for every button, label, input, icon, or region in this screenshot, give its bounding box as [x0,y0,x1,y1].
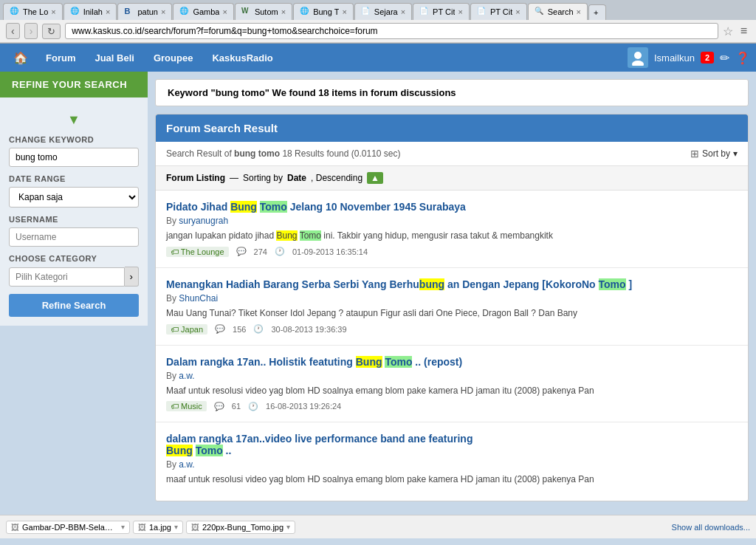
dl-arrow-3[interactable]: ▾ [286,523,290,531]
result-by-1: By suryanugrah [166,216,738,226]
navigation-bar: ‹ › ↻ ☆ ≡ [0,20,756,43]
tab-favicon-3: B [124,7,134,17]
tab-close-6[interactable]: × [342,7,346,16]
search-meta: Search Result of bung tomo 18 Results fo… [156,142,748,166]
result-link-3[interactable]: Dalam rangka 17an.. Holistik featuting B… [166,356,462,368]
download-item-3[interactable]: 🖼 220px-Bung_Tomo.jpg ▾ [186,521,295,534]
edit-button[interactable]: ✏ [720,51,729,65]
show-all-downloads-link[interactable]: Show all downloads... [672,523,750,532]
result-snippet-4: maaf untuk resolusi video yag blom HD so… [166,473,738,486]
tab-5[interactable]: W Sutom × [235,3,292,20]
date-range-label: DATE RANGE [9,174,139,183]
result-link-2[interactable]: Menangkan Hadiah Barang Serba Serbi Yang… [166,278,632,290]
result-title-4: dalam rangka 17an..video live performanc… [166,433,738,456]
username-input[interactable] [9,227,139,247]
tab-4[interactable]: 🌐 Gamba × [173,3,234,20]
nav-forum[interactable]: Forum [37,47,84,69]
sort-by-label: Sort by [702,148,730,159]
search-panel: Forum Search Result Search Result of bun… [155,114,749,501]
tab-close-10[interactable]: × [577,7,581,16]
home-button[interactable]: 🏠 [6,47,35,69]
date-range-select[interactable]: Kapan saja 1 Minggu 1 Bulan 1 Tahun [9,187,139,208]
result-item-2: Menangkan Hadiah Barang Serba Serbi Yang… [156,268,748,346]
nav-groupee[interactable]: Groupee [145,47,202,69]
tab-title-4: Gamba [193,7,219,16]
timestamp-3: 16-08-2013 19:26:24 [266,402,341,411]
listing-label: Forum Listing [166,173,225,183]
choose-category-label: CHOOSE CATEGORY [9,254,139,263]
tab-close-4[interactable]: × [222,7,227,16]
dl-arrow-2[interactable]: ▾ [174,523,178,531]
tab-close-8[interactable]: × [458,7,462,16]
new-tab-button[interactable]: + [588,4,606,20]
tab-7[interactable]: 📄 Sejara × [354,3,412,20]
category-expand-button[interactable]: › [125,267,139,287]
keyword-suffix: " We found [265,87,318,98]
reload-button[interactable]: ↻ [42,24,61,39]
tab-bar: 🌐 The Lo × 🌐 Inilah × B patun × 🌐 Gamba … [0,0,756,20]
help-button[interactable]: ❓ [735,51,750,65]
result-category-2[interactable]: Japan [166,324,207,335]
forward-button[interactable]: › [24,23,38,39]
tab-close-2[interactable]: × [106,7,110,16]
tab-close-3[interactable]: × [161,7,165,16]
tab-title-10: Search [548,7,574,16]
keyword-input[interactable] [9,148,139,167]
keyword-prefix: Keyword " [168,87,216,98]
tab-6[interactable]: 🌐 Bung T × [293,3,354,20]
results-count: 18 [318,87,329,98]
highlight-bung-4: Bung [166,445,193,456]
back-button[interactable]: ‹ [6,23,20,39]
site-navigation: 🏠 Forum Jual Beli Groupee KaskusRadio Is… [0,44,756,72]
username-label-sidebar: USERNAME [9,215,139,224]
tab-favicon-1: 🌐 [10,7,20,17]
tab-close-1[interactable]: × [51,7,55,16]
tab-close-7[interactable]: × [401,7,405,16]
tab-favicon-10: 🔍 [535,7,545,17]
comment-count-1: 274 [254,247,267,256]
tab-9[interactable]: 📄 PT Cit × [470,3,527,20]
nav-jualbeli[interactable]: Jual Beli [86,47,142,69]
menu-icon[interactable]: ≡ [738,24,750,38]
tab-favicon-8: 📄 [419,7,430,17]
result-category-3[interactable]: Music [166,401,207,411]
highlight-tomo-4: Tomo [196,445,223,456]
tab-favicon-9: 📄 [477,7,487,17]
result-link-1[interactable]: Pidato Jihad Bung Tomo Jelang 10 Novembe… [166,201,466,213]
download-item-2[interactable]: 🖼 1a.jpg ▾ [133,521,183,534]
result-link-4[interactable]: dalam rangka 17an..video live performanc… [166,433,472,456]
refine-search-button[interactable]: Refine Search [9,294,139,317]
result-category-1[interactable]: The Lounge [166,247,229,257]
author-link-1[interactable]: suryanugrah [179,216,228,226]
author-link-2[interactable]: ShunChai [179,293,218,304]
result-item-3: Dalam rangka 17an.. Holistik featuting B… [156,346,748,423]
tab-8[interactable]: 📄 PT Cit × [413,3,470,20]
result-item-1: Pidato Jihad Bung Tomo Jelang 10 Novembe… [156,191,748,268]
notification-badge[interactable]: 2 [701,52,714,64]
nav-kaskusradio[interactable]: KaskusRadio [203,47,281,69]
author-link-3[interactable]: a.w. [179,371,194,381]
tab-close-9[interactable]: × [515,7,520,16]
category-input[interactable] [9,267,125,287]
tab-title-1: The Lo [23,7,48,16]
sort-by-grid-icon: ⊞ [690,148,699,160]
tab-3[interactable]: B patun × [117,3,172,20]
username-label: Ismailkun [654,52,695,64]
browser-chrome: 🌐 The Lo × 🌐 Inilah × B patun × 🌐 Gamba … [0,0,756,44]
sort-toggle-button[interactable]: ▲ [367,172,383,184]
dl-arrow-1[interactable]: ▾ [121,523,125,531]
tab-close-5[interactable]: × [281,7,286,16]
tab-1[interactable]: 🌐 The Lo × [3,3,63,20]
download-item-1[interactable]: 🖼 Gambar-DP-BBM-Selam....gif ▾ [6,521,130,534]
tab-2[interactable]: 🌐 Inilah × [63,3,117,20]
highlight-tomo-3: Tomo [385,356,412,368]
url-bar[interactable] [65,23,718,39]
user-avatar [628,47,648,68]
sort-by-section[interactable]: ⊞ Sort by ▾ [690,148,738,160]
tab-10[interactable]: 🔍 Search × [528,3,588,20]
keyword-term: bung tomo [216,87,265,98]
author-link-4[interactable]: a.w. [179,459,194,470]
bookmark-icon[interactable]: ☆ [723,24,733,38]
change-keyword-label: CHANGE KEYWORD [9,135,139,144]
svg-point-0 [634,52,642,59]
